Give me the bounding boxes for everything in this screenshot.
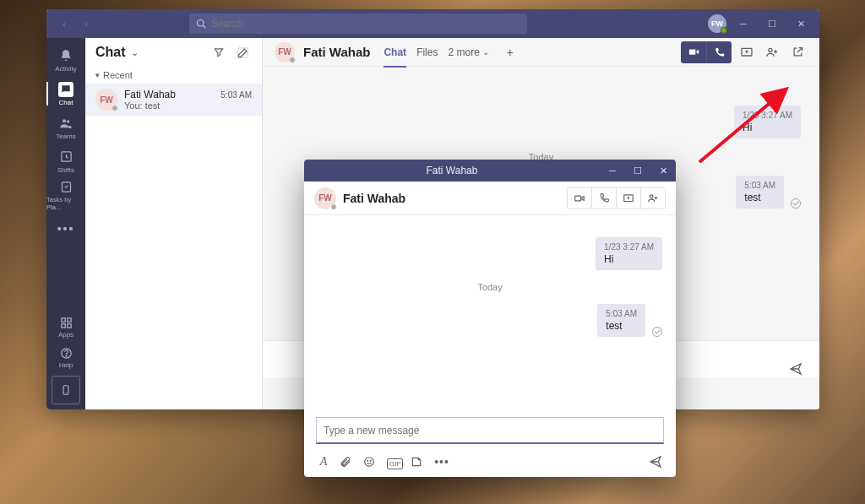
add-tab-button[interactable]: + <box>503 45 518 60</box>
popout-close-button[interactable]: ✕ <box>650 160 676 182</box>
emoji-button[interactable] <box>363 456 378 468</box>
share-screen-icon <box>740 46 753 59</box>
window-maximize-button[interactable]: ☐ <box>760 12 784 35</box>
popout-button[interactable] <box>787 42 808 62</box>
sticker-icon <box>411 456 422 468</box>
chevron-down-icon[interactable]: ⌄ <box>131 47 139 58</box>
popout-send-button[interactable] <box>649 455 664 469</box>
add-people-button[interactable] <box>762 42 782 62</box>
history-nav: ‹ › <box>53 14 95 33</box>
popout-compose-toolbar: A GIF ••• <box>304 449 676 477</box>
chat-popout-window: Fati Wahab ─ ☐ ✕ FW Fati Wahab <box>304 160 676 477</box>
rail-device-button[interactable] <box>52 376 80 404</box>
gif-button[interactable]: GIF <box>387 455 402 469</box>
video-call-button[interactable] <box>681 41 706 63</box>
chat-section-recent[interactable]: ▾ Recent <box>85 67 262 84</box>
conversation-tabs: Chat Files 2 more ⌄ + <box>384 45 517 60</box>
audio-call-button[interactable] <box>706 41 732 63</box>
rail-label: Teams <box>56 133 76 140</box>
popout-compose-input[interactable] <box>324 425 656 436</box>
message-text: test <box>606 320 637 332</box>
filter-button[interactable] <box>209 43 228 62</box>
presence-dot <box>330 203 337 210</box>
presence-dot <box>289 57 296 63</box>
sticker-button[interactable] <box>411 456 426 468</box>
tab-chat[interactable]: Chat <box>384 45 406 60</box>
chat-list-header: Chat ⌄ <box>85 38 262 67</box>
message-bubble[interactable]: 1/23 3:27 AM Hi <box>596 237 662 270</box>
rail-apps[interactable]: Apps <box>49 312 83 342</box>
global-search[interactable] <box>189 14 527 34</box>
svg-rect-18 <box>575 196 581 201</box>
rail-more[interactable]: ••• <box>46 212 85 246</box>
search-input[interactable] <box>211 18 520 30</box>
popout-compose-input-wrapper[interactable] <box>316 417 664 444</box>
chat-list-item[interactable]: FW Fati Wahab You: test 5:03 AM <box>85 84 262 116</box>
message-row: 5:03 AM test <box>318 304 662 337</box>
popout-compose-area <box>304 417 676 449</box>
bell-icon <box>58 48 73 63</box>
popout-window-title: Fati Wahab <box>304 165 600 176</box>
popout-video-button[interactable] <box>567 187 592 209</box>
avatar-initials: FW <box>711 19 723 28</box>
add-people-icon <box>765 46 779 59</box>
svg-point-0 <box>198 20 204 27</box>
rail-activity[interactable]: Activity <box>46 43 85 77</box>
popout-maximize-button[interactable]: ☐ <box>625 160 650 182</box>
attach-button[interactable] <box>340 456 355 468</box>
app-rail: Activity Chat Teams Shifts <box>46 38 85 409</box>
conversation-title: Fati Wahab <box>303 45 370 59</box>
popout-avatar: FW <box>314 187 336 209</box>
phone-icon <box>714 46 726 58</box>
paperclip-icon <box>340 456 351 468</box>
rail-shifts[interactable]: Shifts <box>46 144 85 178</box>
rail-tasks[interactable]: Tasks by Pla... <box>46 178 85 212</box>
message-timestamp: 1/23 3:27 AM <box>604 242 654 252</box>
compose-icon <box>237 46 249 59</box>
nav-forward-button[interactable]: › <box>77 14 95 33</box>
popout-message-list: 1/23 3:27 AM Hi Today 5:03 AM test <box>304 215 676 417</box>
call-controls <box>681 41 732 63</box>
popout-audio-button[interactable] <box>591 187 617 209</box>
window-minimize-button[interactable]: ─ <box>732 12 755 35</box>
message-bubble[interactable]: 5:03 AM test <box>736 176 784 209</box>
svg-rect-8 <box>61 323 64 327</box>
popout-header: FW Fati Wahab <box>304 182 676 215</box>
nav-back-button[interactable]: ‹ <box>55 14 73 33</box>
current-user-avatar[interactable]: FW <box>708 14 726 33</box>
popout-share-button[interactable] <box>616 187 641 209</box>
tab-more[interactable]: 2 more ⌄ <box>448 46 488 58</box>
send-icon <box>789 362 802 376</box>
ellipsis-icon: ••• <box>58 221 73 236</box>
message-bubble[interactable]: 1/23 3:27 AM Hi <box>734 106 801 138</box>
screen-share-button[interactable] <box>737 42 757 62</box>
ellipsis-icon: ••• <box>434 455 449 469</box>
tab-files[interactable]: Files <box>416 45 438 60</box>
format-button[interactable]: A <box>316 454 331 469</box>
message-time: 5:03 AM <box>220 89 252 100</box>
chat-item-meta: Fati Wahab You: test <box>124 89 214 111</box>
rail-label: Activity <box>55 65 76 73</box>
popout-add-people-button[interactable] <box>640 187 666 209</box>
avatar-initials: FW <box>100 95 113 105</box>
rail-label: Chat <box>59 99 73 106</box>
send-button[interactable] <box>787 360 804 377</box>
emoji-icon <box>363 456 375 468</box>
svg-point-2 <box>63 119 66 122</box>
rail-help[interactable]: Help <box>49 342 83 372</box>
phone-device-icon <box>60 384 72 396</box>
read-receipt-icon <box>791 198 801 209</box>
rail-label: Tasks by Pla... <box>46 196 85 211</box>
more-actions-button[interactable]: ••• <box>434 455 449 469</box>
popout-minimize-button[interactable]: ─ <box>600 160 625 182</box>
rail-teams[interactable]: Teams <box>46 111 85 144</box>
chat-list-pane: Chat ⌄ ▾ Recent FW Fati <box>85 38 263 409</box>
window-close-button[interactable]: ✕ <box>789 12 813 35</box>
message-bubble[interactable]: 5:03 AM test <box>597 304 645 337</box>
message-text: Hi <box>604 253 654 265</box>
share-screen-icon <box>623 192 634 204</box>
new-chat-button[interactable] <box>233 43 252 62</box>
svg-point-3 <box>67 120 69 122</box>
rail-chat[interactable]: Chat <box>46 77 85 111</box>
titlebar: ‹ › FW ─ ☐ ✕ <box>46 9 819 38</box>
